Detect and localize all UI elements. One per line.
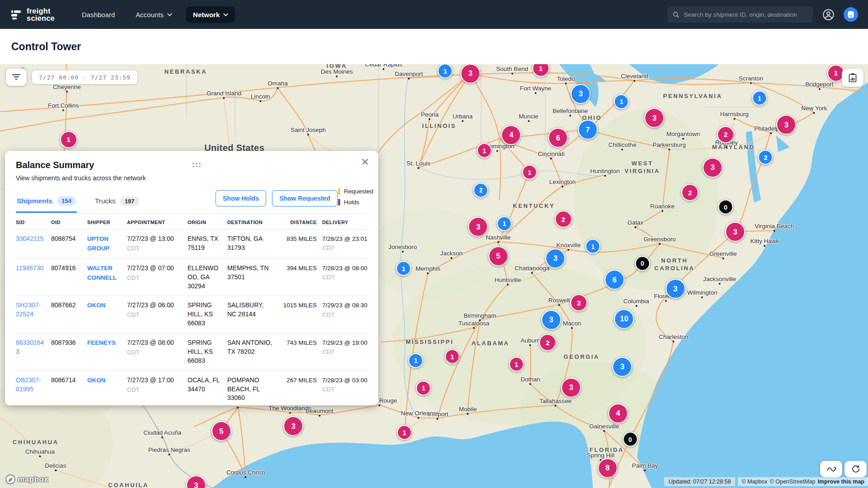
map-routes-button[interactable] [820,461,842,477]
cluster-marker[interactable]: 2 [681,184,699,201]
tab-label: Trucks [95,197,116,205]
cluster-marker[interactable]: 3 [460,64,480,84]
search-icon [673,11,679,18]
cluster-marker[interactable]: 3 [703,158,723,178]
cluster-marker[interactable]: 1 [614,94,629,109]
cluster-marker[interactable]: 0 [635,256,650,271]
legend-label: Holds [344,199,360,206]
cluster-marker[interactable]: 1 [752,91,767,106]
nav-item-network[interactable]: Network [186,6,235,23]
cluster-marker[interactable]: 7 [578,120,598,140]
legend-swatch [338,199,340,206]
cluster-marker[interactable]: 3 [571,84,591,104]
show-holds-button[interactable]: Show Holds [216,190,266,206]
delivery-cell: 7/29/23 @ 19:00CDT [317,338,367,366]
cluster-marker[interactable]: 1 [477,143,492,158]
sid-link[interactable]: OB2307-01995 [16,376,51,403]
cluster-marker[interactable]: 3 [776,115,796,135]
attribution-mapbox[interactable]: © Mapbox [741,479,767,485]
nav-item-accounts[interactable]: Accounts [128,6,179,23]
map-report-button[interactable] [842,69,863,87]
cluster-marker[interactable]: 3 [545,249,565,268]
cluster-marker[interactable]: 2 [555,211,572,228]
nav-menu: DashboardAccountsNetwork [75,6,235,23]
delivery-cell: 7/28/23 @ 08:00CDT [317,264,367,291]
cluster-marker[interactable]: 1 [497,216,512,231]
shipper-link[interactable]: WALTER CONNELL [87,264,127,291]
table-row[interactable]: 119487308074916WALTER CONNELL7/27/23 @ 0… [16,259,367,296]
sid-link[interactable]: 863301643 [16,338,51,366]
cluster-marker[interactable]: 3 [561,378,581,398]
cluster-marker[interactable]: 2 [758,150,773,165]
table-row[interactable]: OB2307-019958086714OKON7/27/23 @ 17:00CD… [16,371,367,405]
cluster-marker[interactable]: 1 [60,131,77,148]
cluster-marker[interactable]: 3 [644,108,664,128]
table-row[interactable]: SH2307-225248087662OKON7/27/23 @ 06:00CD… [16,296,367,333]
improve-this-map-link[interactable]: Improve this map [818,479,865,485]
cluster-marker[interactable]: 3 [725,222,745,242]
cluster-marker[interactable]: 1 [438,64,453,79]
state-label: COAHUILA [108,482,149,488]
map-filter-button[interactable] [6,69,27,86]
sid-link[interactable]: 11948730 [16,264,51,291]
cluster-marker[interactable]: 2 [717,126,734,143]
cluster-marker[interactable]: 4 [501,125,521,145]
cluster-marker[interactable]: 3 [468,217,488,237]
cluster-marker[interactable]: 6 [605,270,624,290]
cluster-marker[interactable]: 1 [586,239,601,254]
shipper-link[interactable]: OKON [87,376,127,403]
map-refresh-button[interactable] [845,461,867,477]
date-range-filter[interactable]: 7/27 00:00 - 7/27 23:59 [32,70,138,84]
cluster-marker[interactable]: 3 [612,357,632,377]
account-button[interactable] [821,7,835,22]
cluster-marker[interactable]: 1 [396,261,411,276]
table-row[interactable]: 330421158088754UPTON GROUP7/27/23 @ 13:0… [16,230,367,259]
shipper-link[interactable]: UPTON GROUP [87,235,127,253]
cluster-marker[interactable]: 0 [623,432,638,447]
table-row[interactable]: 8633016438087936FEENEYS7/27/23 @ 08:00CD… [16,333,367,371]
cluster-marker[interactable]: 1 [445,349,460,364]
cluster-marker[interactable]: 2 [570,294,587,311]
attribution-osm[interactable]: © OpenStreetMap [770,479,816,485]
sid-link[interactable]: SH2307-22524 [16,301,51,328]
cluster-marker[interactable]: 3 [666,279,685,299]
chat-button[interactable] [844,7,858,22]
logo[interactable]: freightscience [10,7,55,22]
nav-item-dashboard[interactable]: Dashboard [75,6,122,23]
cluster-marker[interactable]: 8 [598,458,618,478]
cluster-marker[interactable]: 10 [614,309,634,329]
mapbox-logo[interactable]: mapbox [5,474,48,484]
origin-cell: OCALA, FL 34470 [188,376,227,403]
cluster-marker[interactable]: 1 [416,380,431,395]
search-input[interactable] [683,11,807,19]
destination-cell: MEMPHIS, TN 37501 [227,264,278,291]
sid-link[interactable]: 33042115 [16,235,51,253]
tab-trucks[interactable]: Trucks197 [94,192,140,212]
cluster-marker[interactable]: 5 [488,246,508,266]
cluster-marker[interactable]: 1 [408,353,423,368]
global-search[interactable] [667,6,813,23]
cluster-marker[interactable]: 1 [522,165,537,180]
close-icon[interactable]: ✕ [358,155,372,169]
show-requested-button[interactable]: Show Requested [272,190,338,206]
cluster-marker[interactable]: 0 [718,200,733,215]
drag-handle[interactable] [192,163,201,167]
delivery-date: 7/29/23 @ 08:30 [322,301,367,310]
cluster-marker[interactable]: 4 [608,404,628,423]
cluster-marker[interactable]: 1 [397,425,412,440]
cluster-marker[interactable]: 2 [539,334,556,351]
shipper-link[interactable]: FEENEYS [87,338,127,366]
chat-icon [847,11,854,19]
user-icon [822,9,835,21]
cluster-marker[interactable]: 3 [541,310,561,330]
oid-value: 8086714 [51,376,87,403]
cluster-marker[interactable]: 2 [474,183,488,197]
cluster-marker[interactable]: 5 [211,421,231,441]
state-label: GEORGIA [563,353,600,361]
oid-value: 8074916 [51,264,87,291]
shipper-link[interactable]: OKON [87,301,127,328]
cluster-marker[interactable]: 3 [283,416,303,436]
cluster-marker[interactable]: 6 [548,128,568,148]
cluster-marker[interactable]: 1 [509,357,524,372]
tab-shipments[interactable]: Shipments154 [16,192,77,213]
